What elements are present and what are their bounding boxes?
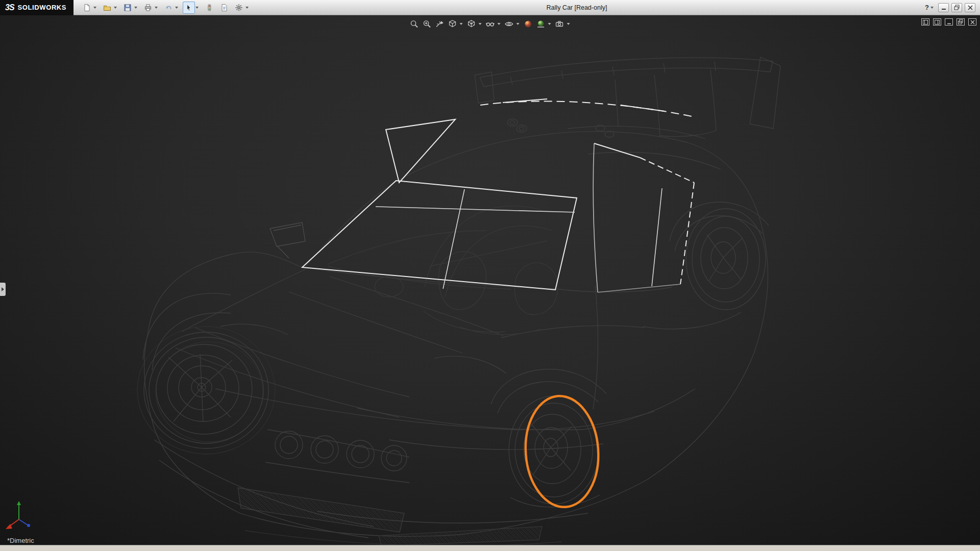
rally-car-wireframe[interactable] — [137, 57, 780, 545]
titlebar: 3S SOLIDWORKS — [0, 0, 980, 15]
section-view-button[interactable] — [434, 18, 446, 30]
options-gear-icon — [235, 4, 243, 12]
open-button[interactable] — [101, 2, 113, 14]
doc-minimize-icon — [947, 20, 951, 24]
camera-views-button[interactable] — [554, 18, 566, 30]
doc-close-icon — [970, 20, 975, 24]
apply-scene-dropdown[interactable] — [548, 23, 551, 25]
help-dropdown[interactable] — [930, 7, 934, 9]
open-icon — [103, 4, 111, 12]
close-button[interactable] — [965, 3, 975, 12]
undo-button[interactable] — [162, 2, 175, 14]
doc-restore-button[interactable] — [957, 18, 965, 26]
file-properties-button[interactable] — [218, 2, 230, 14]
save-button[interactable] — [121, 2, 134, 14]
camera-views-dropdown[interactable] — [567, 23, 570, 25]
app-window-controls: ? — [925, 3, 980, 12]
orientation-triad — [6, 501, 30, 529]
hide-show-items-button[interactable] — [484, 18, 497, 30]
hide-show-items-dropdown[interactable] — [498, 23, 501, 25]
edit-appearance-icon — [524, 19, 533, 29]
display-pane-button[interactable] — [933, 18, 941, 26]
document-title: Rally Car [Read-only] — [240, 4, 914, 11]
minimize-icon — [941, 5, 946, 10]
view-orientation-label: *Dimetric — [7, 537, 34, 544]
view-settings-dropdown[interactable] — [517, 23, 520, 25]
flyout-arrow-icon — [2, 287, 4, 291]
display-style-dropdown[interactable] — [479, 23, 482, 25]
doc-minimize-button[interactable] — [945, 18, 953, 26]
open-dropdown[interactable] — [114, 7, 117, 9]
select-tool-dropdown[interactable] — [195, 7, 199, 9]
new-document-dropdown[interactable] — [93, 7, 96, 9]
camera-views-icon — [555, 19, 565, 29]
view-orientation-icon — [448, 19, 457, 29]
zoom-to-fit-icon — [410, 19, 419, 29]
apply-scene-button[interactable] — [535, 18, 547, 30]
view-settings-button[interactable] — [503, 18, 516, 30]
brand-mark: 3S — [5, 3, 14, 12]
close-icon — [968, 5, 973, 10]
rebuild-button[interactable] — [203, 2, 215, 14]
new-document-icon — [83, 4, 91, 12]
brand-name: SOLIDWORKS — [18, 4, 67, 11]
solidworks-logo: 3S SOLIDWORKS — [0, 0, 74, 15]
restore-icon — [954, 5, 960, 10]
print-icon — [144, 4, 152, 12]
heads-up-view-toolbar — [408, 18, 572, 30]
view-settings-eye-icon — [505, 19, 514, 29]
feature-pane-button[interactable] — [921, 18, 929, 26]
undo-dropdown[interactable] — [175, 7, 178, 9]
help-button[interactable]: ? — [925, 4, 936, 11]
select-cursor-icon — [185, 4, 193, 12]
display-style-icon — [467, 19, 476, 29]
file-properties-icon — [220, 4, 228, 12]
help-icon: ? — [925, 4, 929, 11]
doc-restore-icon — [958, 19, 963, 24]
standard-toolbar — [81, 2, 253, 14]
apply-scene-icon — [536, 19, 546, 29]
section-view-icon — [435, 19, 445, 29]
selected-edge-highlight[interactable] — [522, 393, 602, 509]
display-pane-icon — [935, 20, 940, 24]
select-tool-button[interactable] — [183, 2, 195, 14]
save-dropdown[interactable] — [134, 7, 137, 9]
save-icon — [124, 4, 132, 12]
restore-button[interactable] — [951, 3, 962, 12]
options-dropdown[interactable] — [246, 7, 249, 9]
edit-appearance-button[interactable] — [522, 18, 534, 30]
hide-show-items-icon — [486, 19, 495, 29]
zoom-to-area-button[interactable] — [421, 18, 433, 30]
feature-tree-flyout[interactable] — [0, 283, 6, 296]
model-scene[interactable] — [0, 15, 980, 545]
print-dropdown[interactable] — [155, 7, 158, 9]
new-document-button[interactable] — [81, 2, 93, 14]
view-orientation-dropdown[interactable] — [460, 23, 463, 25]
status-bar — [0, 545, 980, 551]
zoom-to-area-icon — [423, 19, 432, 29]
undo-icon — [164, 4, 173, 12]
feature-pane-icon — [923, 20, 928, 24]
zoom-to-fit-button[interactable] — [408, 18, 421, 30]
graphics-area[interactable]: *Dimetric — [0, 15, 980, 545]
doc-close-button[interactable] — [968, 18, 976, 26]
display-style-button[interactable] — [465, 18, 478, 30]
print-button[interactable] — [142, 2, 154, 14]
options-button[interactable] — [233, 2, 245, 14]
document-window-controls — [921, 18, 976, 26]
minimize-button[interactable] — [938, 3, 949, 12]
rebuild-icon — [205, 4, 213, 12]
view-orientation-button[interactable] — [447, 18, 459, 30]
solidworks-window: 3S SOLIDWORKS — [0, 0, 980, 551]
